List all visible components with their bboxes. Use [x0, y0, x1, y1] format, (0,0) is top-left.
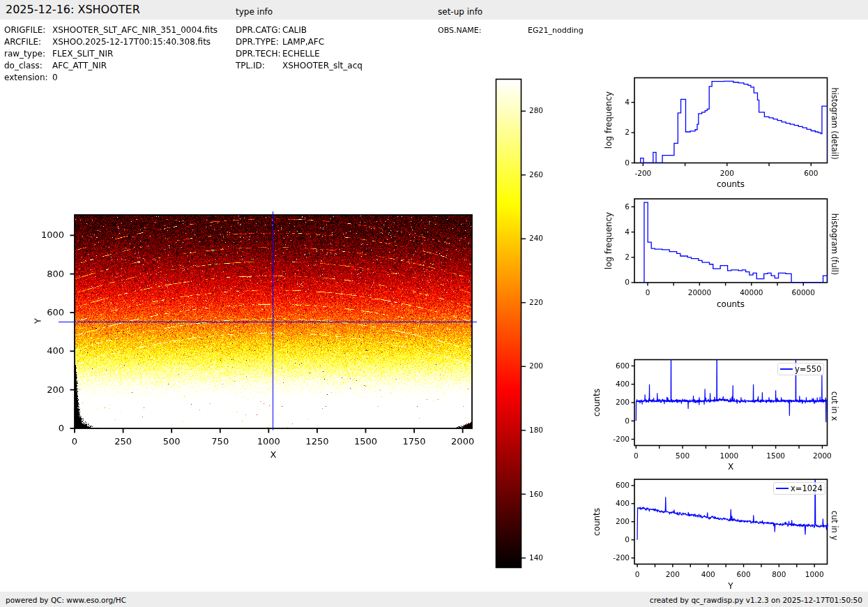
colorbar [496, 79, 521, 568]
qc-report-page: 2025-12-16: XSHOOTER type info set-up in… [0, 0, 868, 607]
cut-in-x-legend: y=550 [777, 363, 824, 375]
meta-value-extension: 0 [52, 73, 58, 82]
detector-xlabel: X [271, 449, 277, 460]
cut-in-y-right-label: cut in y [830, 511, 839, 541]
histogram-detail-plot [634, 77, 828, 163]
meta-label-obs-name: OBS.NAME: [438, 26, 481, 35]
detector-image-plot [75, 215, 472, 428]
meta-value-raw-type: FLEX_SLIT_NIR [52, 49, 113, 59]
cut-in-y-legend-label: x=1024 [791, 484, 823, 493]
meta-label-do-class: do_class: [4, 61, 43, 70]
meta-value-do-class: AFC_ATT_NIR [52, 61, 107, 70]
histogram-detail-ylabel: log frequency [604, 91, 614, 149]
histogram-full-right-label: histogram (full) [830, 213, 839, 276]
histogram-detail-xlabel: counts [717, 179, 745, 189]
meta-value-arcfile: XSHOO.2025-12-17T00:15:40.308.fits [52, 37, 211, 47]
cut-in-x-ylabel: counts [592, 389, 602, 417]
cut-in-x-right-label: cut in x [830, 391, 839, 421]
detector-ylabel: Y [33, 318, 43, 324]
meta-value-dpr-catg: CALIB [282, 25, 307, 35]
legend-line-sample2 [776, 488, 789, 489]
meta-value-obs-name: EG21_nodding [528, 26, 584, 35]
legend-line-sample [780, 368, 793, 370]
meta-value-tpl-id: XSHOOTER_slt_acq [282, 61, 363, 70]
meta-label-dpr-tech: DPR.TECH: [236, 49, 281, 59]
cut-in-y-ylabel: counts [592, 508, 602, 536]
histogram-full-xlabel: counts [717, 299, 745, 309]
footer-left: powered by QC: www.eso.org/HC [6, 596, 126, 604]
histogram-full-ylabel: log frequency [604, 212, 614, 269]
histogram-detail-right-label: histogram (detail) [830, 87, 839, 159]
meta-value-origfile: XSHOOTER_SLT_AFC_NIR_351_0004.fits [52, 25, 218, 35]
meta-label-origfile: ORIGFILE: [4, 25, 45, 35]
meta-label-dpr-catg: DPR.CATG: [236, 25, 281, 35]
histogram-full-plot [634, 199, 828, 283]
meta-label-tpl-id: TPL.ID: [236, 61, 265, 70]
type-info-heading: type info [236, 7, 273, 17]
setup-info-heading: set-up info [438, 7, 482, 17]
footer-bar: powered by QC: www.eso.org/HC created by… [0, 592, 868, 607]
cut-in-y-legend: x=1024 [773, 482, 825, 495]
footer-right: created by qc_rawdisp.py v1.2.3 on 2025-… [650, 596, 862, 604]
cut-in-y-xlabel: Y [728, 581, 733, 591]
page-title: 2025-12-16: XSHOOTER [6, 3, 140, 16]
cut-in-x-legend-label: y=550 [795, 364, 821, 374]
meta-label-raw-type: raw_type: [4, 49, 45, 59]
meta-label-dpr-type: DPR.TYPE: [236, 37, 279, 47]
meta-value-dpr-type: LAMP,AFC [282, 37, 324, 47]
meta-label-arcfile: ARCFILE: [4, 37, 41, 47]
cut-in-x-xlabel: X [728, 462, 733, 472]
header-bar: 2025-12-16: XSHOOTER type info set-up in… [0, 0, 868, 20]
meta-label-extension: extension: [4, 73, 48, 82]
meta-value-dpr-tech: ECHELLE [282, 49, 320, 59]
